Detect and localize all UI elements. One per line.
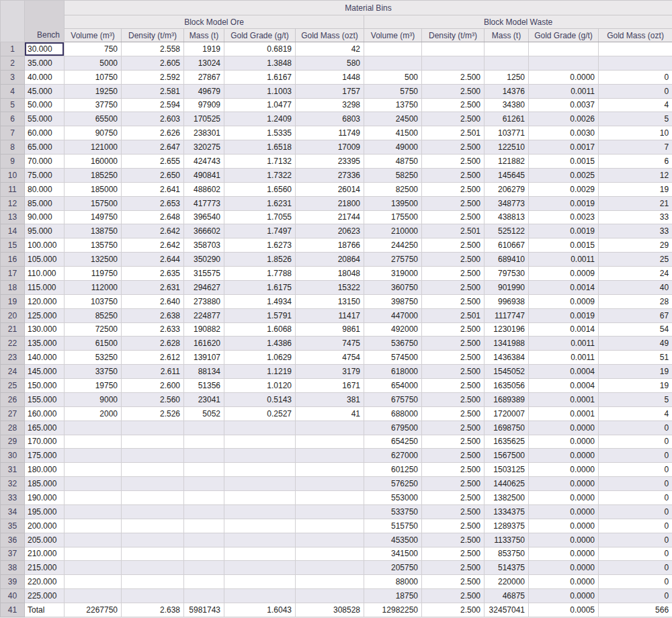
ore-data-cell[interactable]: 1.6175: [224, 280, 296, 294]
waste-data-cell[interactable]: 121882: [485, 154, 529, 169]
ore-data-cell[interactable]: [122, 575, 184, 589]
ore-data-cell[interactable]: 2.612: [122, 351, 184, 365]
ore-data-cell[interactable]: [184, 504, 224, 519]
waste-data-cell[interactable]: 576250: [364, 477, 422, 491]
ore-data-cell[interactable]: 20864: [296, 253, 364, 267]
ore-data-cell[interactable]: 1.7132: [224, 154, 296, 169]
ore-data-cell[interactable]: 1.1219: [224, 365, 296, 379]
ore-data-cell[interactable]: 238301: [184, 126, 224, 140]
bench-cell[interactable]: 85.000: [25, 196, 65, 210]
ore-data-cell[interactable]: 42: [296, 42, 364, 56]
column-header-waste-mass[interactable]: Mass (t): [485, 29, 529, 42]
ore-data-cell[interactable]: 2.603: [122, 112, 184, 126]
ore-data-cell[interactable]: 2.641: [122, 182, 184, 196]
waste-data-cell[interactable]: 1436384: [485, 351, 529, 365]
waste-data-cell[interactable]: [364, 42, 422, 56]
ore-data-cell[interactable]: 26014: [296, 182, 364, 196]
waste-data-cell[interactable]: 0.0001: [529, 392, 599, 406]
waste-data-cell[interactable]: 1289375: [485, 519, 529, 533]
waste-data-cell[interactable]: 0.0019: [529, 308, 599, 322]
waste-data-cell[interactable]: 514375: [485, 561, 529, 575]
waste-data-cell[interactable]: 0.0023: [529, 210, 599, 224]
waste-data-cell[interactable]: 0.0005: [529, 603, 599, 617]
waste-data-cell[interactable]: 536750: [364, 337, 422, 351]
ore-data-cell[interactable]: 161620: [184, 337, 224, 351]
ore-data-cell[interactable]: [65, 504, 122, 519]
ore-data-cell[interactable]: 1.6068: [224, 322, 296, 337]
waste-data-cell[interactable]: 348773: [485, 196, 529, 210]
waste-data-cell[interactable]: 103771: [485, 126, 529, 140]
ore-data-cell[interactable]: 19750: [65, 379, 122, 393]
ore-data-cell[interactable]: 1919: [184, 42, 224, 56]
ore-data-cell[interactable]: 9000: [65, 392, 122, 406]
ore-data-cell[interactable]: [184, 463, 224, 477]
ore-data-cell[interactable]: 11749: [296, 126, 364, 140]
waste-data-cell[interactable]: 0.0000: [529, 477, 599, 491]
waste-data-cell[interactable]: 2.500: [422, 589, 485, 603]
ore-data-cell[interactable]: [122, 435, 184, 449]
waste-data-cell[interactable]: 34380: [485, 98, 529, 112]
row-number-cell[interactable]: 20: [1, 308, 25, 322]
ore-data-cell[interactable]: 1.0120: [224, 379, 296, 393]
ore-data-cell[interactable]: 2.560: [122, 392, 184, 406]
waste-data-cell[interactable]: 0.0019: [529, 224, 599, 238]
waste-data-cell[interactable]: 2.500: [422, 182, 485, 196]
ore-data-cell[interactable]: 308528: [296, 603, 364, 617]
waste-data-cell[interactable]: [599, 56, 672, 70]
ore-data-cell[interactable]: 1.7497: [224, 224, 296, 238]
bench-column-header[interactable]: Bench: [25, 1, 65, 42]
waste-data-cell[interactable]: 2.500: [422, 603, 485, 617]
ore-data-cell[interactable]: 1.6518: [224, 140, 296, 154]
ore-data-cell[interactable]: 417773: [184, 196, 224, 210]
waste-data-cell[interactable]: 61261: [485, 112, 529, 126]
waste-data-cell[interactable]: 1133750: [485, 533, 529, 547]
waste-data-cell[interactable]: 2.500: [422, 70, 485, 84]
waste-data-cell[interactable]: 21: [599, 196, 672, 210]
waste-data-cell[interactable]: 679500: [364, 421, 422, 435]
waste-data-cell[interactable]: 0.0000: [529, 504, 599, 519]
waste-data-cell[interactable]: 275750: [364, 253, 422, 267]
row-number-cell[interactable]: 7: [1, 126, 25, 140]
waste-data-cell[interactable]: 438813: [485, 210, 529, 224]
waste-data-cell[interactable]: 0.0004: [529, 365, 599, 379]
ore-data-cell[interactable]: 1.3848: [224, 56, 296, 70]
waste-data-cell[interactable]: 319000: [364, 267, 422, 281]
bench-cell[interactable]: 65.000: [25, 140, 65, 154]
ore-data-cell[interactable]: 139107: [184, 351, 224, 365]
row-number-cell[interactable]: 38: [1, 561, 25, 575]
ore-data-cell[interactable]: 2.631: [122, 280, 184, 294]
waste-data-cell[interactable]: 46875: [485, 589, 529, 603]
waste-data-cell[interactable]: 0: [599, 70, 672, 84]
ore-data-cell[interactable]: 350290: [184, 253, 224, 267]
ore-data-cell[interactable]: [296, 589, 364, 603]
waste-data-cell[interactable]: 1698750: [485, 421, 529, 435]
waste-data-cell[interactable]: 0.0011: [529, 84, 599, 98]
ore-data-cell[interactable]: 27867: [184, 70, 224, 84]
ore-data-cell[interactable]: [65, 533, 122, 547]
ore-data-cell[interactable]: [224, 575, 296, 589]
ore-data-cell[interactable]: [184, 477, 224, 491]
bench-cell[interactable]: 125.000: [25, 308, 65, 322]
waste-data-cell[interactable]: 853750: [485, 547, 529, 561]
waste-data-cell[interactable]: 24500: [364, 112, 422, 126]
row-number-cell[interactable]: 26: [1, 392, 25, 406]
ore-data-cell[interactable]: [224, 519, 296, 533]
ore-data-cell[interactable]: [122, 477, 184, 491]
row-number-cell[interactable]: 17: [1, 267, 25, 281]
waste-data-cell[interactable]: 2.500: [422, 140, 485, 154]
waste-data-cell[interactable]: 566: [599, 603, 672, 617]
ore-data-cell[interactable]: 157500: [65, 196, 122, 210]
waste-data-cell[interactable]: 2.500: [422, 379, 485, 393]
ore-data-cell[interactable]: 13024: [184, 56, 224, 70]
ore-data-cell[interactable]: [122, 421, 184, 435]
waste-data-cell[interactable]: 0: [599, 519, 672, 533]
ore-data-cell[interactable]: 2.526: [122, 406, 184, 421]
ore-data-cell[interactable]: [184, 435, 224, 449]
ore-data-cell[interactable]: 224877: [184, 308, 224, 322]
ore-data-cell[interactable]: [122, 449, 184, 463]
waste-data-cell[interactable]: 2.500: [422, 575, 485, 589]
ore-data-cell[interactable]: 2.628: [122, 337, 184, 351]
waste-data-cell[interactable]: 1545052: [485, 365, 529, 379]
bench-cell[interactable]: 110.000: [25, 267, 65, 281]
ore-data-cell[interactable]: [296, 491, 364, 505]
